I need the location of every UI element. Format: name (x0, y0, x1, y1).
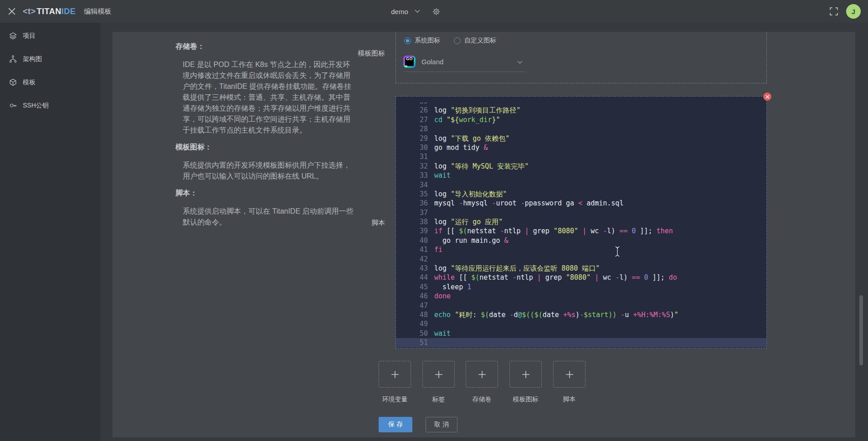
chevron-down-icon[interactable] (517, 58, 523, 66)
line-number: 38 (396, 217, 428, 226)
editor-line-49[interactable]: 49 (396, 319, 766, 328)
sidebar-item-1[interactable]: 项目 (0, 24, 100, 47)
editor-line-37[interactable]: 37 (396, 208, 766, 217)
sidebar-item-label: 架构图 (23, 55, 42, 63)
editor-line-38[interactable]: 38log "运行 go 应用" (396, 217, 766, 226)
key-icon (9, 102, 17, 110)
line-number: 36 (396, 199, 428, 208)
editor-line-29[interactable]: 29log "下载 go 依赖包" (396, 134, 766, 143)
editor-line-41[interactable]: 41fi (396, 245, 766, 254)
page-scrollbar[interactable] (859, 295, 863, 365)
radio-selected-icon (404, 37, 411, 44)
editor-line-50[interactable]: 50wait (396, 329, 766, 338)
sidebar: 项目架构图模板SSH公钥 (0, 23, 100, 441)
code-text: log "等待应用运行起来后，应该会监听 8080 端口" (428, 264, 600, 273)
system-icon-radio[interactable]: 系统图标 (404, 36, 440, 45)
code-text: done (428, 292, 451, 301)
cancel-button[interactable]: 取 消 (426, 417, 457, 432)
plus-icon (478, 370, 486, 379)
editor-line-51[interactable]: 51 (396, 338, 766, 347)
radio-unselected-icon (454, 37, 461, 44)
avatar[interactable]: J (846, 4, 861, 19)
editor-line-46[interactable]: 46done (396, 292, 766, 301)
add-button-label: 存储卷 (466, 395, 498, 404)
editor-line-39[interactable]: 39if [[ $(netstat -ntlp | grep "8080" | … (396, 226, 766, 236)
editor-line-31[interactable]: 31 (396, 152, 766, 161)
add-3-button[interactable] (466, 361, 498, 388)
editor-line-26[interactable]: 26log "切换到项目工作路径" (396, 106, 766, 115)
line-number: 31 (396, 152, 428, 161)
editor-line-34[interactable]: 34 (396, 180, 766, 190)
help-text-line: 系统提供内置的开发环境模板图标供用户下拉选择， (183, 160, 362, 171)
line-number: 43 (396, 264, 428, 273)
editor-line-42[interactable]: 42 (396, 255, 766, 264)
sidebar-item-2[interactable]: 架构图 (0, 47, 100, 71)
gear-icon[interactable] (432, 7, 441, 16)
add-2-button[interactable] (422, 361, 455, 388)
add-4-button[interactable] (509, 361, 542, 388)
sidebar-item-label: 模板 (23, 78, 36, 87)
help-panel: 存储卷：IDE 是以 POD 工作在 K8s 节点之上的，因此开发环境内修改过文… (175, 42, 362, 235)
custom-icon-radio[interactable]: 自定义图标 (454, 36, 496, 45)
help-text-line: IDE 是以 POD 工作在 K8s 节点之上的，因此开发环 (183, 59, 362, 70)
line-number: 27 (396, 115, 428, 124)
editor-line-28[interactable]: 28 (396, 124, 766, 133)
editor-line-32[interactable]: 32log "等待 MySQL 安装完毕" (396, 162, 766, 171)
line-number: 28 (396, 124, 428, 133)
code-text: log "运行 go 应用" (428, 217, 503, 226)
line-number: 40 (396, 236, 428, 245)
editor-line-36[interactable]: 36mysql -hmysql -uroot -ppassword ga < a… (396, 199, 766, 208)
editor-line-45[interactable]: 45 sleep 1 (396, 282, 766, 292)
help-heading: 脚本： (175, 189, 362, 198)
add-5-button[interactable] (553, 361, 586, 388)
plus-icon (435, 370, 443, 379)
add-button-label: 环境变量 (379, 395, 411, 404)
editor-line-35[interactable]: 35log "导入初始化数据" (396, 190, 766, 199)
line-number: 37 (396, 208, 428, 217)
remove-script-icon[interactable] (763, 92, 771, 101)
code-text: go mod tidy & (428, 143, 488, 152)
line-number: 33 (396, 171, 428, 180)
code-text (428, 180, 434, 190)
save-button[interactable]: 保 存 (379, 417, 412, 432)
code-text: wait (428, 171, 451, 180)
editor-line-33[interactable]: 33wait (396, 171, 766, 180)
plus-icon (391, 370, 399, 379)
sidebar-item-4[interactable]: SSH公钥 (0, 94, 100, 117)
line-number: 44 (396, 273, 428, 282)
script-editor[interactable]: 2526log "切换到项目工作路径"27cd "${work_dir}"282… (395, 96, 767, 349)
code-text: mysql -hmysql -uroot -ppassword ga < adm… (428, 199, 623, 208)
help-paragraph: IDE 是以 POD 工作在 K8s 节点之上的，因此开发环境内修改过文件在重启… (183, 59, 362, 136)
script-row-label: 脚本 (298, 219, 385, 227)
help-text-line: 境内修改过文件在重启或休眠后会丢失，为了存储用 (183, 70, 362, 81)
fullscreen-icon[interactable] (830, 7, 838, 15)
add-button-label: 标签 (422, 395, 455, 404)
line-number: 34 (396, 180, 428, 190)
code-text: log "导入初始化数据" (428, 190, 507, 199)
editor-line-27[interactable]: 27cd "${work_dir}" (396, 115, 766, 124)
editor-line-48[interactable]: 48echo "耗时: $(date -d@$(($(date +%s)-$st… (396, 310, 766, 319)
code-text: if [[ $(netstat -ntlp | grep "8080" | wc… (428, 226, 673, 236)
plus-icon (522, 370, 530, 379)
chevron-down-icon[interactable] (415, 10, 420, 13)
code-text: sleep 1 (428, 282, 471, 292)
line-number: 51 (396, 338, 428, 347)
editor-line-40[interactable]: 40 go run main.go & (396, 236, 766, 245)
add-1-button[interactable] (379, 361, 411, 388)
workspace-name[interactable]: demo (391, 8, 408, 15)
icon-select[interactable]: GO Goland (403, 52, 525, 72)
editor-line-30[interactable]: 30go mod tidy & (396, 143, 766, 152)
editor-line-47[interactable]: 47 (396, 301, 766, 310)
line-number: 50 (396, 329, 428, 338)
editor-line-43[interactable]: 43log "等待应用运行起来后，应该会监听 8080 端口" (396, 264, 766, 273)
cube-icon (9, 78, 17, 87)
code-text: while [[ $(netstat -ntlp | grep "8080" |… (428, 273, 677, 282)
sidebar-item-3[interactable]: 模板 (0, 71, 100, 94)
code-text: echo "耗时: $(date -d@$(($(date +%s)-$star… (428, 310, 678, 319)
code-text (428, 319, 434, 328)
code-text (428, 301, 434, 310)
template-icon-row-label: 模板图标 (298, 49, 385, 58)
line-number: 30 (396, 143, 428, 152)
architecture-icon (9, 55, 17, 63)
editor-line-44[interactable]: 44while [[ $(netstat -ntlp | grep "8080"… (396, 273, 766, 282)
